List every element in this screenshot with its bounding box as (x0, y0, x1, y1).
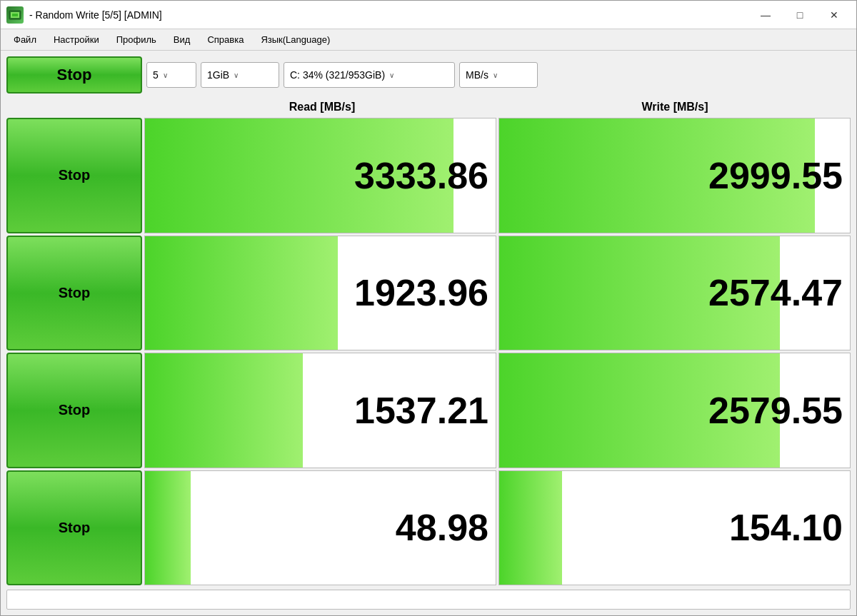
window-title: - Random Write [5/5] [ADMIN] (29, 9, 749, 21)
stop-main-button[interactable]: Stop (6, 56, 142, 94)
data-row: Stop48.98154.10 (6, 470, 851, 586)
menu-item-[interactable]: Профиль (109, 31, 164, 48)
controls-row: Stop 5 ∨ 1GiB ∨ C: 34% (321/953GiB) ∨ MB… (6, 56, 851, 94)
read-header: Read [MB/s] (146, 98, 498, 116)
drive-arrow: ∨ (389, 71, 394, 79)
size-dropdown[interactable]: 1GiB ∨ (201, 62, 279, 88)
menu-item-[interactable]: Справка (200, 31, 251, 48)
menu-bar: ФайлНастройкиПрофильВидСправкаЯзык(Langu… (1, 29, 856, 51)
maximize-button[interactable]: □ (783, 4, 816, 26)
read-value-cell-0: 3333.86 (144, 118, 496, 233)
read-value-0: 3333.86 (354, 154, 488, 197)
runs-arrow: ∨ (163, 71, 168, 79)
app-icon (6, 6, 24, 24)
title-bar: - Random Write [5/5] [ADMIN] — □ ✕ (1, 1, 856, 29)
menu-item-language[interactable]: Язык(Language) (254, 31, 337, 48)
close-button[interactable]: ✕ (818, 4, 851, 26)
data-row: Stop1537.212579.55 (6, 353, 851, 468)
write-value-cell-1: 2574.47 (498, 236, 851, 351)
drive-value: C: 34% (321/953GiB) (290, 69, 385, 81)
stop-row-button-3[interactable]: Stop (6, 470, 142, 586)
write-value-1: 2574.47 (708, 271, 843, 314)
menu-item-[interactable]: Настройки (46, 31, 106, 48)
headers-row: Read [MB/s] Write [MB/s] (146, 98, 851, 116)
unit-dropdown[interactable]: MB/s ∨ (459, 62, 538, 88)
write-value-0: 2999.55 (708, 154, 843, 197)
size-value: 1GiB (207, 69, 229, 81)
size-arrow: ∨ (234, 71, 239, 79)
read-value-cell-2: 1537.21 (144, 353, 496, 468)
write-value-cell-2: 2579.55 (498, 353, 851, 468)
menu-item-[interactable]: Вид (166, 31, 198, 48)
read-value-1: 1923.96 (354, 271, 488, 314)
unit-value: MB/s (466, 69, 488, 81)
read-value-2: 1537.21 (354, 389, 488, 432)
write-header: Write [MB/s] (499, 98, 851, 116)
status-bar (6, 590, 851, 610)
menu-item-[interactable]: Файл (6, 31, 44, 48)
unit-arrow: ∨ (493, 71, 498, 79)
svg-rect-2 (12, 14, 18, 16)
app-window: - Random Write [5/5] [ADMIN] — □ ✕ ФайлН… (0, 0, 857, 616)
write-value-cell-3: 154.10 (498, 470, 851, 586)
write-value-2: 2579.55 (708, 389, 843, 432)
drive-dropdown[interactable]: C: 34% (321/953GiB) ∨ (284, 62, 455, 88)
runs-dropdown[interactable]: 5 ∨ (146, 62, 196, 88)
stop-row-button-0[interactable]: Stop (6, 118, 142, 233)
stop-row-button-1[interactable]: Stop (6, 236, 142, 351)
stop-row-button-2[interactable]: Stop (6, 353, 142, 468)
read-value-cell-3: 48.98 (144, 470, 496, 586)
write-value-cell-0: 2999.55 (498, 118, 851, 233)
write-value-3: 154.10 (729, 506, 843, 549)
data-rows: Stop3333.862999.55Stop1923.962574.47Stop… (6, 118, 851, 585)
data-row: Stop3333.862999.55 (6, 118, 851, 233)
window-controls: — □ ✕ (749, 4, 851, 26)
read-value-3: 48.98 (396, 506, 488, 549)
minimize-button[interactable]: — (749, 4, 782, 26)
runs-value: 5 (153, 69, 159, 81)
read-value-cell-1: 1923.96 (144, 236, 496, 351)
data-row: Stop1923.962574.47 (6, 236, 851, 351)
main-content: Stop 5 ∨ 1GiB ∨ C: 34% (321/953GiB) ∨ MB… (1, 51, 856, 615)
